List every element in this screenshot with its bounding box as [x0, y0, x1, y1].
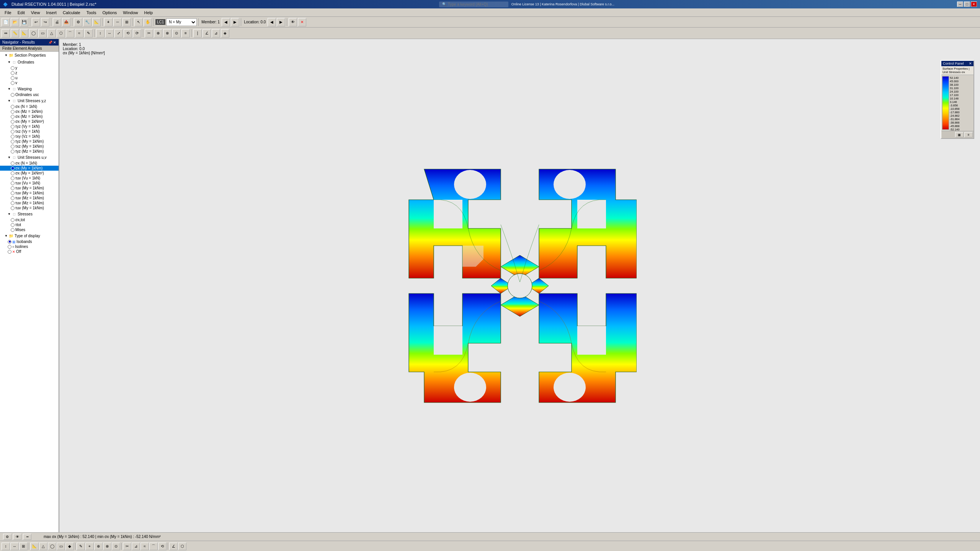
new-button[interactable]: 📄 [2, 18, 10, 26]
tool2-btn-1[interactable]: ⇔ [2, 29, 10, 37]
tree-isolines[interactable]: ≡ Isolines [0, 244, 59, 249]
radio-uv-tux-my2[interactable] [11, 191, 15, 195]
btb-9[interactable]: ✎ [77, 543, 85, 550]
radio-uv-tux-mz2[interactable] [11, 201, 15, 205]
pan-button[interactable]: ✋ [144, 18, 152, 26]
tree-sx-tot[interactable]: σx,tot [0, 217, 59, 222]
close-button[interactable]: ✕ [971, 2, 977, 7]
tree-yz-sx-n[interactable]: σx (N = 1kN) [0, 104, 59, 109]
menu-file[interactable]: File [2, 10, 15, 16]
load-combo-select[interactable]: N + My N + Mz [166, 18, 197, 26]
btb-4[interactable]: 📐 [30, 543, 39, 550]
keyword-search-input[interactable] [448, 2, 505, 7]
radio-v[interactable] [11, 81, 15, 85]
cp-icon-btn-2[interactable]: ≡ [964, 132, 973, 137]
tree-uv-sx-n[interactable]: σx (N = 1kN) [0, 161, 59, 166]
radio-uv-tux-mz1[interactable] [11, 196, 15, 200]
menu-edit[interactable]: Edit [15, 10, 28, 16]
btb-19[interactable]: ∠ [169, 543, 178, 550]
radio-uv-sx-n[interactable] [11, 161, 15, 165]
tool2-btn-4[interactable]: ◯ [29, 29, 38, 37]
tree-uv-tuv-vu2[interactable]: τuv (Vu = 1kN) [0, 181, 59, 186]
expand-stresses[interactable]: ▼ [7, 212, 11, 216]
cp-close-icon[interactable]: ✕ [969, 62, 972, 65]
tool2-btn-14[interactable]: ⟲ [124, 29, 132, 37]
btb-18[interactable]: ⟲ [158, 543, 167, 550]
tree-uv-tux-mz2[interactable]: τuv (Mz = 1kNm) [0, 201, 59, 205]
tool2-btn-24[interactable]: ◈ [221, 29, 229, 37]
minimize-button[interactable]: ─ [957, 2, 963, 7]
radio-uv-tuv2[interactable] [11, 181, 15, 185]
btb-12[interactable]: ⊗ [103, 543, 111, 550]
view-btn-1[interactable]: 👁 [289, 18, 297, 26]
tree-section-properties[interactable]: ▼ 📁 Section Properties [0, 52, 59, 59]
radio-yz-sx-mz[interactable] [11, 115, 15, 119]
open-button[interactable]: 📂 [11, 18, 19, 26]
btb-15[interactable]: ⊿ [132, 543, 140, 550]
tree-ord-u[interactable]: u [0, 75, 59, 80]
radio-yz-tyz-vy[interactable] [11, 125, 15, 129]
tree-off[interactable]: ✕ Off [0, 249, 59, 254]
radio-uv-tuv1[interactable] [11, 176, 15, 180]
tree-yz-txz-my[interactable]: τxz (My = 1kNm) [0, 144, 59, 149]
undo-button[interactable]: ↩ [32, 18, 40, 26]
menu-help[interactable]: Help [141, 10, 156, 16]
btb-16[interactable]: ≈ [140, 543, 149, 550]
close-results-button[interactable]: ✕ [298, 18, 306, 26]
radio-z[interactable] [11, 71, 15, 75]
tree-isobands[interactable]: ▦ Isobands [0, 239, 59, 244]
tool2-btn-23[interactable]: ⊿ [212, 29, 220, 37]
redo-button[interactable]: ↪ [41, 18, 49, 26]
prev-location-button[interactable]: ◀ [268, 18, 276, 26]
tree-uv-tux-my2[interactable]: τuv (My = 1kNm) [0, 191, 59, 196]
tree-ordinates-usc[interactable]: Ordinates usc [0, 92, 59, 97]
radio-uv-tux-my3[interactable] [11, 206, 15, 210]
btb-10[interactable]: ⌖ [85, 543, 94, 550]
tree-uv-sx-my-selected[interactable]: σx (My = 1kNm) [0, 166, 59, 171]
radio-yz-tyz-my1[interactable] [11, 140, 15, 143]
select-button[interactable]: ↖ [134, 18, 143, 26]
status-btn-3[interactable]: ━ [23, 534, 31, 540]
tool2-btn-10[interactable]: ✎ [84, 29, 93, 37]
tree-warping[interactable]: ▼ □ Warping [0, 85, 59, 92]
tool-btn-3[interactable]: 📐 [92, 18, 101, 26]
tool-btn-2[interactable]: 🔧 [83, 18, 91, 26]
tree-yz-txy-vz[interactable]: τxy (Vz = 1kN) [0, 134, 59, 139]
tree-ordinates[interactable]: ▼ □ Ordinates [0, 59, 59, 65]
btb-2[interactable]: ↔ [10, 543, 19, 550]
tree-unit-stresses-yz[interactable]: ▼ □ Unit Stresses y,z [0, 97, 59, 104]
tree-uv-tux-my1[interactable]: τuv (My = 1kNm) [0, 186, 59, 191]
tool2-btn-20[interactable]: ≡ [181, 29, 190, 37]
radio-uv-sx-my2[interactable] [11, 171, 15, 175]
tool2-btn-3[interactable]: 📐 [20, 29, 28, 37]
tool2-btn-22[interactable]: ∠ [203, 29, 211, 37]
next-location-button[interactable]: ▶ [277, 18, 285, 26]
btb-20[interactable]: ⬡ [178, 543, 186, 550]
tree-yz-sx-mz[interactable]: σx (Mz = 1kNm) [0, 114, 59, 119]
btb-6[interactable]: ◯ [48, 543, 56, 550]
radio-uv-sx-my[interactable] [11, 166, 15, 170]
tool-btn-1[interactable]: ⚙ [74, 18, 82, 26]
expand-section-props[interactable]: ▼ [4, 53, 8, 57]
tool2-btn-7[interactable]: ⬡ [57, 29, 65, 37]
menu-view[interactable]: View [28, 10, 43, 16]
tool2-btn-19[interactable]: ⊙ [172, 29, 181, 37]
nav-pin-icon[interactable]: 📌 [48, 41, 52, 44]
fit-button[interactable]: ⊞ [122, 18, 131, 26]
radio-yz-txz-vy[interactable] [11, 130, 15, 134]
btb-5[interactable]: △ [39, 543, 47, 550]
canvas-area[interactable]: Member: 1 Location: 0.0 σx (My = 1kNm) [… [59, 39, 980, 532]
radio-uv-tux-my1[interactable] [11, 186, 15, 190]
btb-1[interactable]: ↕ [2, 543, 10, 550]
cp-icon-btn-1[interactable]: ▦ [955, 132, 964, 137]
tree-mises[interactable]: Mises [0, 227, 59, 232]
tree-uv-tux-my3[interactable]: τuv (My = 1kNm) [0, 205, 59, 210]
status-btn-1[interactable]: ⚙ [3, 534, 11, 540]
tree-yz-tyz-my1[interactable]: τyz (My = 1kNm) [0, 139, 59, 144]
tool2-btn-5[interactable]: ▭ [38, 29, 47, 37]
expand-warping[interactable]: ▼ [7, 86, 11, 91]
tool2-btn-18[interactable]: ⊗ [163, 29, 172, 37]
tree-type-of-display[interactable]: ▼ 📁 Type of display [0, 232, 59, 239]
btb-7[interactable]: ▭ [57, 543, 65, 550]
radio-sx-tot[interactable] [11, 218, 15, 222]
